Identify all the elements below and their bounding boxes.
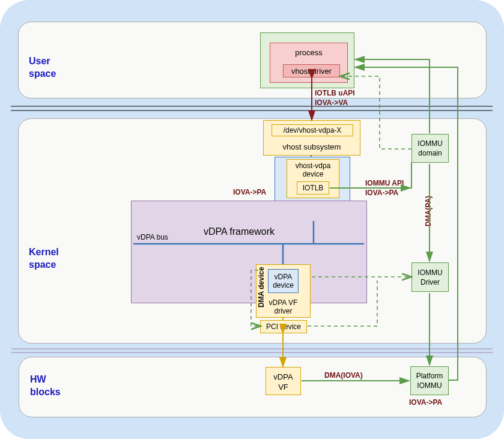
label-vdpa-bus: vDPA bus <box>137 233 168 241</box>
box-iotlb: IOTLB <box>297 181 329 195</box>
box-platform-iommu: Platform IOMMU <box>410 366 449 395</box>
box-iommu-driver: IOMMU Driver <box>411 262 449 292</box>
label-platform-iommu: Platform IOMMU <box>411 372 448 390</box>
label-user-space: User space <box>29 55 56 80</box>
label-dma-device: DMA device <box>257 259 266 307</box>
box-vdpa-vf: vDPA VF <box>266 367 301 395</box>
label-vhost-subsystem: vhost subsystem <box>264 142 360 151</box>
box-iommu-domain: IOMMU domain <box>411 134 449 163</box>
edge-label-iotlb-uapi: IOTLB uAPI <box>315 89 355 97</box>
label-kernel-space: Kernel space <box>29 246 59 271</box>
edge-label-iova-pa3: IOVA->PA <box>409 398 442 407</box>
label-hw-blocks: HW blocks <box>30 374 61 399</box>
box-vhost-driver: vhost driver <box>283 64 340 77</box>
edge-label-iova-pa1: IOVA->PA <box>233 188 266 196</box>
diagram-root: User space Kernel space HW blocks proces… <box>0 0 504 439</box>
box-vdpa-device: vDPA device <box>268 269 299 293</box>
box-pci-device: PCI device <box>260 320 307 333</box>
label-iommu-driver: IOMMU Driver <box>412 268 448 287</box>
box-dev-node: /dev/vhost-vdpa-X <box>272 124 353 136</box>
label-vhost-vdpa-device: vhost-vdpa device <box>287 162 339 179</box>
label-iotlb: IOTLB <box>297 184 329 192</box>
box-vdpa-framework: vDPA framework <box>131 201 367 303</box>
edge-label-iommu-api: IOMMU API <box>365 179 404 187</box>
panel-user-space <box>18 22 487 98</box>
label-process: process <box>270 48 347 57</box>
label-iommu-domain: IOMMU domain <box>412 139 448 158</box>
label-vdpa-vf: vDPA VF <box>266 372 300 393</box>
label-dev-node: /dev/vhost-vdpa-X <box>272 126 353 135</box>
label-vhost-driver: vhost driver <box>284 67 339 76</box>
edge-label-iova-va: IOVA->VA <box>315 98 348 107</box>
edge-label-iova-pa2: IOVA->PA <box>365 189 398 197</box>
label-vdpa-framework: vDPA framework <box>204 226 275 237</box>
edge-label-dma-pa: DMA(PA) <box>424 196 433 226</box>
edge-label-dma-iova: DMA(IOVA) <box>324 371 363 380</box>
label-pci-device: PCI device <box>261 322 306 331</box>
label-vdpa-device: vDPA device <box>269 273 298 290</box>
